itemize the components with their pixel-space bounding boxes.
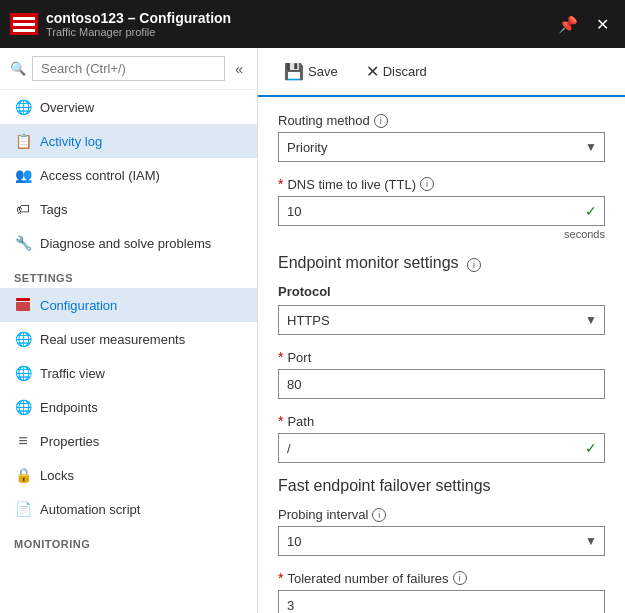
path-check-icon: ✓	[585, 440, 597, 456]
save-button[interactable]: 💾 Save	[278, 58, 344, 85]
activity-log-icon: 📋	[14, 132, 32, 150]
port-input-wrapper	[278, 369, 605, 399]
routing-method-label: Routing method i	[278, 113, 605, 128]
traffic-view-icon: 🌐	[14, 364, 32, 382]
probing-interval-group: Probing interval i 10 30 ▼	[278, 507, 605, 556]
probing-interval-select-wrapper: 10 30 ▼	[278, 526, 605, 556]
content-area: 💾 Save ✕ Discard Routing method i	[258, 48, 625, 613]
activity-log-label: Activity log	[40, 134, 102, 149]
protocol-select-wrapper: HTTP HTTPS TCP ▼	[278, 305, 605, 335]
app-icon	[10, 13, 38, 35]
real-user-measurements-label: Real user measurements	[40, 332, 185, 347]
sidebar-item-locks[interactable]: 🔒 Locks	[0, 458, 257, 492]
sidebar-item-configuration[interactable]: Configuration	[0, 288, 257, 322]
path-group: * Path ✓	[278, 413, 605, 463]
configuration-icon	[14, 296, 32, 314]
form-area: Routing method i Priority Weighted Perfo…	[258, 97, 625, 613]
endpoint-monitor-heading: Endpoint monitor settings i	[278, 254, 605, 272]
dns-ttl-check-icon: ✓	[585, 203, 597, 219]
sidebar-item-diagnose[interactable]: 🔧 Diagnose and solve problems	[0, 226, 257, 260]
probing-interval-info-icon[interactable]: i	[372, 508, 386, 522]
sidebar: 🔍 « 🌐 Overview 📋 Activity log 👥 Access c…	[0, 48, 258, 613]
title-info: contoso123 – Configuration Traffic Manag…	[46, 10, 552, 38]
discard-label: Discard	[383, 64, 427, 79]
overview-icon: 🌐	[14, 98, 32, 116]
port-input[interactable]	[278, 369, 605, 399]
dns-ttl-label: * DNS time to live (TTL) i	[278, 176, 605, 192]
probing-interval-label: Probing interval i	[278, 507, 605, 522]
dns-ttl-suffix: seconds	[278, 228, 605, 240]
pin-button[interactable]: 📌	[552, 13, 584, 36]
main-area: 🔍 « 🌐 Overview 📋 Activity log 👥 Access c…	[0, 48, 625, 613]
window-subtitle: Traffic Manager profile	[46, 26, 552, 38]
sidebar-item-real-user-measurements[interactable]: 🌐 Real user measurements	[0, 322, 257, 356]
save-label: Save	[308, 64, 338, 79]
configuration-label: Configuration	[40, 298, 117, 313]
diagnose-icon: 🔧	[14, 234, 32, 252]
dns-ttl-input[interactable]	[278, 196, 605, 226]
sidebar-item-overview[interactable]: 🌐 Overview	[0, 90, 257, 124]
fast-failover-heading: Fast endpoint failover settings	[278, 477, 605, 495]
routing-method-info-icon[interactable]: i	[374, 114, 388, 128]
dns-ttl-info-icon[interactable]: i	[420, 177, 434, 191]
probing-interval-select[interactable]: 10 30	[278, 526, 605, 556]
tolerated-failures-input[interactable]	[278, 590, 605, 613]
sidebar-item-endpoints[interactable]: 🌐 Endpoints	[0, 390, 257, 424]
tolerated-failures-label: * Tolerated number of failures i	[278, 570, 605, 586]
dns-ttl-required: *	[278, 176, 283, 192]
locks-icon: 🔒	[14, 466, 32, 484]
diagnose-label: Diagnose and solve problems	[40, 236, 211, 251]
tags-icon: 🏷	[14, 200, 32, 218]
automation-script-icon: 📄	[14, 500, 32, 518]
path-input-wrapper: ✓	[278, 433, 605, 463]
toolbar: 💾 Save ✕ Discard	[258, 48, 625, 97]
monitoring-section-label: MONITORING	[0, 526, 257, 554]
routing-method-group: Routing method i Priority Weighted Perfo…	[278, 113, 605, 162]
endpoints-label: Endpoints	[40, 400, 98, 415]
sidebar-item-properties[interactable]: ≡ Properties	[0, 424, 257, 458]
tolerated-failures-required: *	[278, 570, 283, 586]
properties-label: Properties	[40, 434, 99, 449]
port-label: * Port	[278, 349, 605, 365]
properties-icon: ≡	[14, 432, 32, 450]
sidebar-item-access-control[interactable]: 👥 Access control (IAM)	[0, 158, 257, 192]
tolerated-failures-input-wrapper	[278, 590, 605, 613]
sidebar-item-automation-script[interactable]: 📄 Automation script	[0, 492, 257, 526]
path-required: *	[278, 413, 283, 429]
routing-method-select[interactable]: Priority Weighted Performance Geographic…	[278, 132, 605, 162]
tolerated-failures-info-icon[interactable]: i	[453, 571, 467, 585]
locks-label: Locks	[40, 468, 74, 483]
settings-nav: Configuration 🌐 Real user measurements 🌐…	[0, 288, 257, 526]
window-controls: 📌 ✕	[552, 13, 615, 36]
top-nav: 🌐 Overview 📋 Activity log 👥 Access contr…	[0, 90, 257, 260]
dns-ttl-input-wrapper: ✓	[278, 196, 605, 226]
search-bar: 🔍 «	[0, 48, 257, 90]
close-button[interactable]: ✕	[590, 13, 615, 36]
endpoint-monitor-group: Endpoint monitor settings i Protocol HTT…	[278, 254, 605, 335]
path-input[interactable]	[278, 433, 605, 463]
path-label: * Path	[278, 413, 605, 429]
traffic-view-label: Traffic view	[40, 366, 105, 381]
save-icon: 💾	[284, 62, 304, 81]
sidebar-item-activity-log[interactable]: 📋 Activity log	[0, 124, 257, 158]
window-title: contoso123 – Configuration	[46, 10, 552, 26]
collapse-button[interactable]: «	[231, 59, 247, 79]
port-required: *	[278, 349, 283, 365]
access-control-icon: 👥	[14, 166, 32, 184]
dns-ttl-group: * DNS time to live (TTL) i ✓ seconds	[278, 176, 605, 240]
tags-label: Tags	[40, 202, 67, 217]
discard-icon: ✕	[366, 62, 379, 81]
sidebar-item-traffic-view[interactable]: 🌐 Traffic view	[0, 356, 257, 390]
discard-button[interactable]: ✕ Discard	[360, 58, 433, 85]
protocol-select[interactable]: HTTP HTTPS TCP	[278, 305, 605, 335]
tolerated-failures-group: * Tolerated number of failures i	[278, 570, 605, 613]
endpoints-icon: 🌐	[14, 398, 32, 416]
svg-rect-1	[16, 302, 30, 311]
real-user-measurements-icon: 🌐	[14, 330, 32, 348]
endpoint-monitor-info-icon[interactable]: i	[467, 258, 481, 272]
sidebar-item-tags[interactable]: 🏷 Tags	[0, 192, 257, 226]
search-icon: 🔍	[10, 61, 26, 76]
settings-section-label: SETTINGS	[0, 260, 257, 288]
search-input[interactable]	[32, 56, 225, 81]
svg-rect-0	[16, 298, 30, 301]
